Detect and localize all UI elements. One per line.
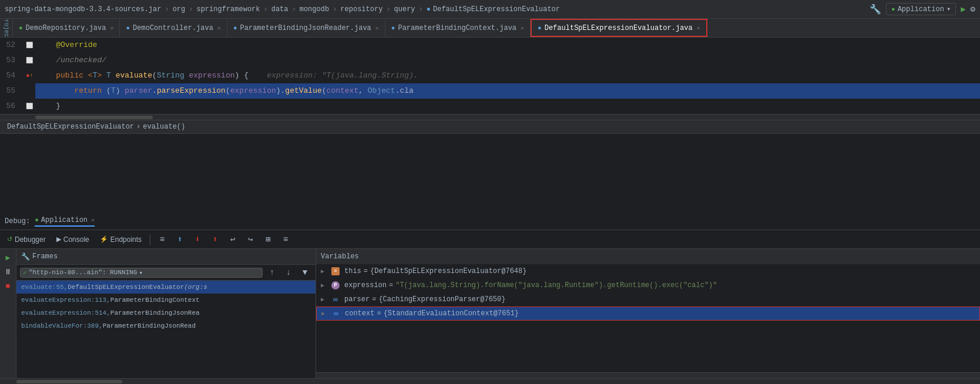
line-num-55: 55 — [0, 83, 19, 99]
var-name-expression: expression — [344, 281, 387, 289]
expand-this[interactable]: ▶ — [321, 268, 327, 275]
var-item-expression[interactable]: ▶ P expression = "T(java.lang.String).fo… — [316, 278, 980, 292]
var-name-this: this — [344, 267, 361, 275]
var-name-parser: parser — [344, 295, 370, 304]
breadcrumb-data: data — [271, 5, 288, 14]
console-tab[interactable]: ▶ Console — [53, 233, 93, 247]
var-item-parser[interactable]: ▶ ∞ parser = {CachingExpressionParser@76… — [316, 292, 980, 306]
toolbar-btn-stepout[interactable]: ⬆ — [208, 233, 222, 247]
line-numbers: 52 53 54 55 56 — [0, 38, 24, 114]
debug-app-tab[interactable]: ● Application ✕ — [35, 216, 95, 227]
gutter-56: ⬜ — [24, 99, 35, 114]
code-55-c: ( — [106, 83, 111, 99]
gear-icon[interactable]: ⚙ — [971, 4, 975, 14]
debug-tab-close[interactable]: ✕ — [91, 217, 95, 224]
frames-up-btn[interactable]: ↑ — [265, 265, 279, 279]
tab-close-2[interactable]: ✕ — [375, 25, 379, 32]
debugger-tab[interactable]: ↺ Debugger — [4, 233, 49, 247]
tab-defaultspel[interactable]: ● DefaultSpELExpressionEvaluator.java ✕ — [531, 19, 707, 37]
code-55-q: .cla — [395, 83, 414, 99]
tab-close-3[interactable]: ✕ — [521, 25, 524, 32]
frame-item-3[interactable]: bindableValueFor:389, ParameterBindingJs… — [16, 319, 316, 332]
code-line-53: /unchecked/ — [35, 53, 980, 68]
toolbar-btn-grid[interactable]: ⊞ — [261, 233, 275, 247]
toolbar-btn-eval[interactable]: ↪ — [243, 233, 257, 247]
toolbar-btn-frames[interactable]: ≡ — [155, 233, 169, 247]
project-sidebar-button[interactable]: Project — [0, 19, 13, 37]
endpoints-tab[interactable]: ⚡ Endpoints — [96, 233, 145, 247]
var-icon-parser: ∞ — [331, 295, 340, 304]
wrench-small-icon: 🔧 — [21, 252, 30, 261]
code-breadcrumb-sep: › — [136, 123, 140, 131]
thread-selector[interactable]: ✓ "http-nio-80...ain": RUNNING ▾ — [20, 268, 263, 278]
vars-scrollbar[interactable] — [316, 372, 980, 378]
scrollbar-thumb[interactable] — [35, 116, 153, 119]
tab-icon-blue-3: ● — [391, 25, 395, 32]
var-icon-this: ≡ — [331, 267, 340, 275]
tab-label-0: DemoRepository.java — [26, 24, 106, 32]
breadcrumb-right: 🔧 ● Application ▾ ▶ ⚙ — [870, 3, 975, 15]
breadcrumb-repository: repository — [340, 5, 382, 14]
editor-section: 52 53 54 55 56 ⬜ ⬜ ● ↑ ⬜ @Override — [0, 38, 980, 213]
run-button[interactable]: ▶ — [961, 4, 965, 14]
line-num-52: 52 — [0, 38, 19, 53]
debug-tab-bar: Debug: ● Application ✕ — [0, 213, 980, 230]
code-55-l: getValue — [285, 83, 321, 99]
frame-location-1: evaluateExpression:113, — [21, 297, 110, 304]
var-eq-parser: = — [372, 295, 376, 304]
gutter: ⬜ ⬜ ● ↑ ⬜ — [24, 38, 35, 114]
debug-scroll-thumb[interactable] — [16, 380, 122, 383]
tab-demorepo[interactable]: ● DemoRepository.java ✕ — [13, 19, 120, 37]
code-content[interactable]: @Override /unchecked/ public <T> T evalu… — [35, 38, 980, 114]
tab-jsonreader[interactable]: ● ParameterBindingJsonReader.java ✕ — [227, 19, 385, 37]
var-eq-expression: = — [389, 281, 393, 289]
tab-label-4: DefaultSpELExpressionEvaluator.java — [545, 24, 693, 32]
var-item-this[interactable]: ▶ ≡ this = {DefaultSpELExpressionEvaluat… — [316, 264, 980, 278]
debug-resume-icon[interactable]: ▶ — [2, 251, 15, 264]
app-label: Application — [898, 5, 944, 14]
horizontal-scrollbar[interactable] — [0, 114, 980, 120]
expand-expression[interactable]: ▶ — [321, 282, 327, 289]
code-breadcrumb-class: DefaultSpELExpressionEvaluator — [7, 123, 134, 131]
application-button[interactable]: ● Application ▾ — [886, 3, 956, 15]
code-55-b: return — [74, 83, 106, 99]
code-54-c: < — [88, 68, 93, 83]
tab-close-1[interactable]: ✕ — [217, 25, 221, 32]
comment-53: /unchecked/ — [38, 53, 106, 68]
frames-filter-btn[interactable]: ▼ — [298, 265, 312, 279]
tab-label-2: ParameterBindingJsonReader.java — [240, 24, 371, 32]
expand-context[interactable]: ▶ — [321, 310, 327, 317]
tab-icon-blue-2: ● — [233, 25, 237, 32]
tab-democontroller[interactable]: ● DemoController.java ✕ — [120, 19, 227, 37]
var-icon-expression: P — [331, 281, 340, 289]
console-label: Console — [63, 235, 89, 244]
toolbar-btn-stepover[interactable]: ⬆ — [173, 233, 187, 247]
tab-close-0[interactable]: ✕ — [110, 25, 113, 32]
frame-item-2[interactable]: evaluateExpression:514, ParameterBinding… — [16, 306, 316, 319]
frame-location-2: evaluateExpression:514, — [21, 309, 110, 316]
tab-close-4[interactable]: ✕ — [697, 25, 700, 32]
endpoints-label: Endpoints — [110, 235, 142, 244]
code-55-o: , — [358, 83, 368, 99]
debug-label: Debug: — [5, 217, 30, 225]
debug-stop-icon[interactable]: ■ — [2, 279, 15, 292]
app-dropdown-icon: ▾ — [947, 5, 951, 14]
breadcrumb-springframework: springframework — [196, 5, 260, 14]
variables-header: Variables — [316, 249, 980, 264]
var-item-context[interactable]: ▶ ∞ context = {StandardEvaluationContext… — [316, 306, 980, 321]
toolbar-btn-stepinto[interactable]: ⬇ — [190, 233, 204, 247]
thread-dropdown[interactable]: ▾ — [139, 269, 143, 277]
gutter-52: ⬜ — [24, 38, 35, 53]
debug-bottom-scroll[interactable] — [0, 378, 980, 384]
frame-item-1[interactable]: evaluateExpression:113, ParameterBinding… — [16, 294, 316, 306]
debugger-label: Debugger — [15, 235, 46, 244]
code-54-hint: expression: "T(java.lang.String). — [249, 68, 418, 83]
toolbar-sep-1 — [150, 234, 150, 245]
toolbar-btn-more[interactable]: ≡ — [278, 233, 293, 247]
frames-down-btn[interactable]: ↓ — [281, 265, 296, 279]
expand-parser[interactable]: ▶ — [321, 296, 327, 303]
toolbar-btn-runtocursor[interactable]: ↩ — [226, 233, 240, 247]
tab-bindingcontext[interactable]: ● ParameterBindingContext.java ✕ — [385, 19, 531, 37]
frame-item-0[interactable]: evaluate:55, DefaultSpELExpressionEvalua… — [16, 281, 316, 294]
debug-pause-icon[interactable]: ⏸ — [2, 265, 15, 278]
